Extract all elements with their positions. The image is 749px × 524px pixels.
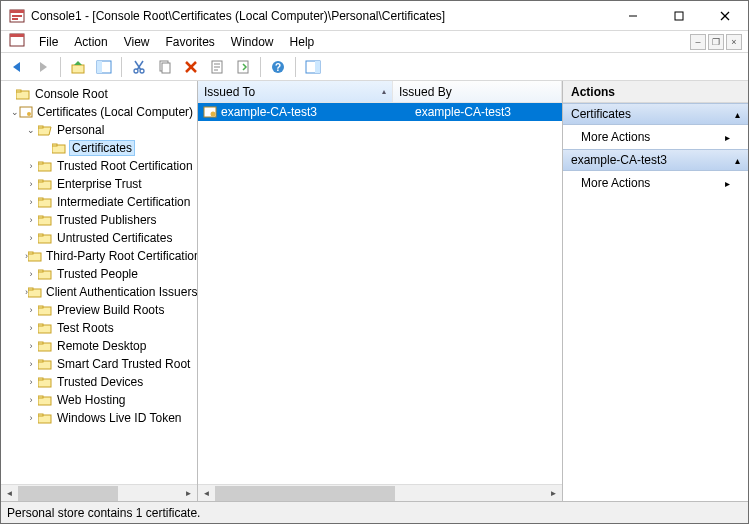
maximize-button[interactable] (656, 1, 702, 31)
tree-label: Personal (55, 123, 106, 137)
expand-icon[interactable]: › (25, 179, 37, 189)
list-row[interactable]: example-CA-test3 example-CA-test3 (198, 103, 562, 121)
tree-item[interactable]: ›Trusted People (1, 265, 197, 283)
close-button[interactable] (702, 1, 748, 31)
scroll-left-icon[interactable]: ◄ (198, 486, 215, 501)
expand-icon[interactable]: › (25, 395, 37, 405)
show-hide-action-button[interactable] (301, 55, 325, 79)
submenu-icon: ▸ (725, 132, 730, 143)
expand-icon[interactable]: › (25, 269, 37, 279)
tree-item[interactable]: ›Trusted Publishers (1, 211, 197, 229)
action-group-certificates[interactable]: Certificates ▴ (563, 103, 748, 125)
tree-item[interactable]: ›Intermediate Certification (1, 193, 197, 211)
mdi-restore-button[interactable]: ❐ (708, 34, 724, 50)
svg-rect-62 (38, 378, 43, 380)
back-button[interactable] (5, 55, 29, 79)
expand-icon[interactable]: › (25, 323, 37, 333)
tree-item[interactable]: ›Windows Live ID Token (1, 409, 197, 427)
copy-button[interactable] (153, 55, 177, 79)
collapse-icon[interactable]: ⌄ (25, 125, 37, 135)
menubar: File Action View Favorites Window Help –… (1, 31, 748, 53)
minimize-button[interactable] (610, 1, 656, 31)
expand-icon[interactable]: › (25, 161, 37, 171)
folder-icon (37, 177, 53, 191)
tree[interactable]: Console Root ⌄ Certificates (Local Compu… (1, 81, 197, 484)
menu-view[interactable]: View (116, 33, 158, 51)
tree-item[interactable]: ›Untrusted Certificates (1, 229, 197, 247)
svg-rect-10 (72, 65, 84, 73)
list-body[interactable]: example-CA-test3 example-CA-test3 (198, 103, 562, 484)
scroll-thumb[interactable] (215, 486, 395, 501)
mdi-minimize-button[interactable]: – (690, 34, 706, 50)
expand-icon[interactable]: › (25, 197, 37, 207)
scroll-right-icon[interactable]: ► (180, 486, 197, 501)
help-button[interactable]: ? (266, 55, 290, 79)
tree-certificates[interactable]: Certificates (1, 139, 197, 157)
tree-item[interactable]: ›Trusted Root Certification (1, 157, 197, 175)
col-issued-to[interactable]: Issued To ▴ (198, 81, 393, 102)
menu-file[interactable]: File (31, 33, 66, 51)
tree-item[interactable]: ›Enterprise Trust (1, 175, 197, 193)
delete-button[interactable] (179, 55, 203, 79)
tree-label: Third-Party Root Certification (44, 249, 197, 263)
up-button[interactable] (66, 55, 90, 79)
cut-button[interactable] (127, 55, 151, 79)
main-area: Console Root ⌄ Certificates (Local Compu… (1, 81, 748, 501)
tree-certs[interactable]: ⌄ Certificates (Local Computer) (1, 103, 197, 121)
menu-favorites[interactable]: Favorites (158, 33, 223, 51)
collapse-icon: ▴ (735, 109, 740, 120)
expand-icon[interactable]: › (25, 413, 37, 423)
action-group-selection[interactable]: example-CA-test3 ▴ (563, 149, 748, 171)
expand-icon[interactable]: › (25, 359, 37, 369)
expand-icon[interactable]: › (25, 305, 37, 315)
tree-personal[interactable]: ⌄ Personal (1, 121, 197, 139)
menu-action[interactable]: Action (66, 33, 115, 51)
collapse-icon: ▴ (735, 155, 740, 166)
scroll-left-icon[interactable]: ◄ (1, 486, 18, 501)
forward-button[interactable] (31, 55, 55, 79)
tree-item[interactable]: ›Smart Card Trusted Root (1, 355, 197, 373)
tree-item[interactable]: ›Third-Party Root Certification (1, 247, 197, 265)
scroll-thumb[interactable] (18, 486, 118, 501)
cert-store-icon (19, 105, 33, 119)
list-pane: Issued To ▴ Issued By example-CA-test3 e… (198, 81, 563, 501)
mdi-close-button[interactable]: × (726, 34, 742, 50)
tree-item[interactable]: ›Test Roots (1, 319, 197, 337)
svg-rect-29 (315, 61, 320, 73)
export-button[interactable] (231, 55, 255, 79)
folder-icon (37, 195, 53, 209)
collapse-icon[interactable]: ⌄ (11, 107, 19, 117)
col-label: Issued By (399, 85, 452, 99)
scroll-right-icon[interactable]: ► (545, 486, 562, 501)
tree-label: Preview Build Roots (55, 303, 166, 317)
svg-rect-44 (38, 216, 43, 218)
svg-rect-52 (28, 288, 33, 290)
properties-button[interactable] (205, 55, 229, 79)
expand-icon[interactable]: › (25, 215, 37, 225)
expand-icon[interactable]: › (25, 341, 37, 351)
expand-icon[interactable]: › (25, 377, 37, 387)
col-issued-by[interactable]: Issued By (393, 81, 562, 102)
tree-item[interactable]: ›Remote Desktop (1, 337, 197, 355)
folder-icon (51, 141, 67, 155)
menu-window[interactable]: Window (223, 33, 282, 51)
tree-root[interactable]: Console Root (1, 85, 197, 103)
show-hide-tree-button[interactable] (92, 55, 116, 79)
action-more-2[interactable]: More Actions ▸ (563, 171, 748, 195)
tree-label: Intermediate Certification (55, 195, 192, 209)
svg-rect-64 (38, 396, 43, 398)
svg-rect-12 (97, 61, 102, 73)
svg-point-16 (140, 69, 144, 73)
action-more-1[interactable]: More Actions ▸ (563, 125, 748, 149)
tree-item[interactable]: ›Client Authentication Issuers (1, 283, 197, 301)
tree-item[interactable]: ›Web Hosting (1, 391, 197, 409)
tree-item[interactable]: ›Trusted Devices (1, 373, 197, 391)
folder-icon (37, 303, 53, 317)
menu-help[interactable]: Help (282, 33, 323, 51)
expand-icon[interactable]: › (25, 233, 37, 243)
svg-point-15 (134, 69, 138, 73)
tree-label: Smart Card Trusted Root (55, 357, 192, 371)
tree-hscroll[interactable]: ◄ ► (1, 484, 197, 501)
list-hscroll[interactable]: ◄ ► (198, 484, 562, 501)
tree-item[interactable]: ›Preview Build Roots (1, 301, 197, 319)
